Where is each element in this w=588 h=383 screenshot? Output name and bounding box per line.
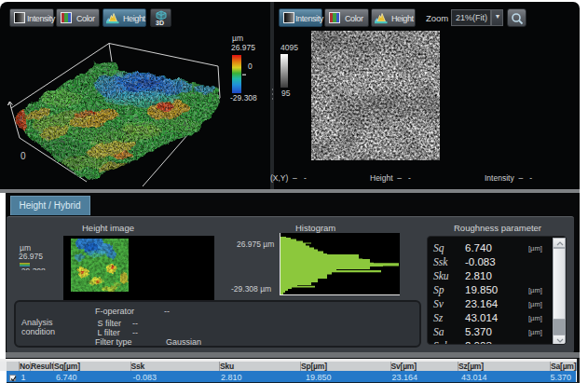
svg-text:0: 0: [21, 151, 26, 161]
svg-text:µm: µm: [232, 34, 243, 43]
svg-text:-29.308: -29.308: [230, 93, 257, 103]
svg-text:26.975: 26.975: [231, 43, 255, 52]
svg-text:0: 0: [248, 62, 253, 71]
